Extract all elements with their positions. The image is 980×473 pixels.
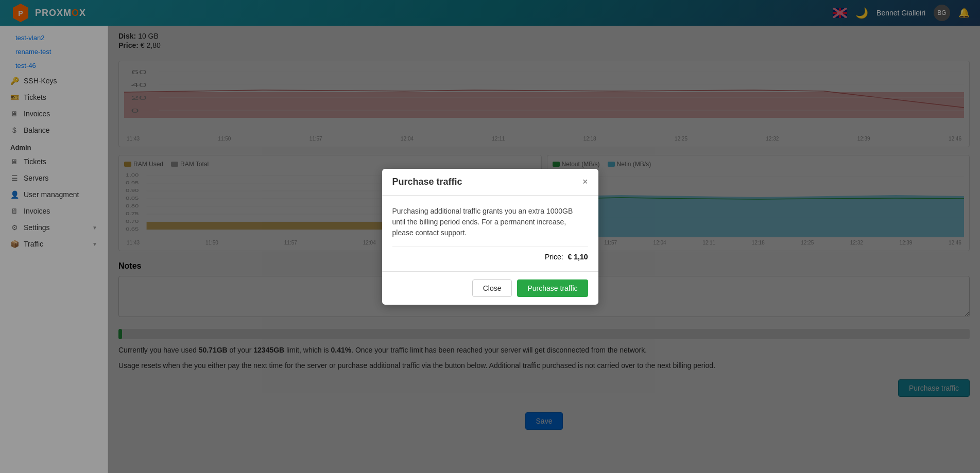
purchase-traffic-modal: Purchase traffic × Purchasing additional… (382, 169, 598, 305)
modal-price-value: € 1,10 (568, 253, 588, 261)
modal-overlay: Purchase traffic × Purchasing additional… (0, 0, 980, 473)
modal-purchase-btn[interactable]: Purchase traffic (517, 279, 588, 297)
modal-description: Purchasing additional traffic grants you… (392, 206, 588, 238)
modal-footer: Close Purchase traffic (382, 271, 598, 305)
modal-close-btn[interactable]: Close (472, 279, 512, 297)
modal-close-button[interactable]: × (582, 177, 588, 187)
modal-body: Purchasing additional traffic grants you… (382, 196, 598, 271)
modal-title: Purchase traffic (392, 177, 462, 187)
modal-header: Purchase traffic × (382, 169, 598, 196)
modal-price-label: Price: (545, 253, 563, 261)
modal-actions: Close Purchase traffic (472, 279, 588, 297)
